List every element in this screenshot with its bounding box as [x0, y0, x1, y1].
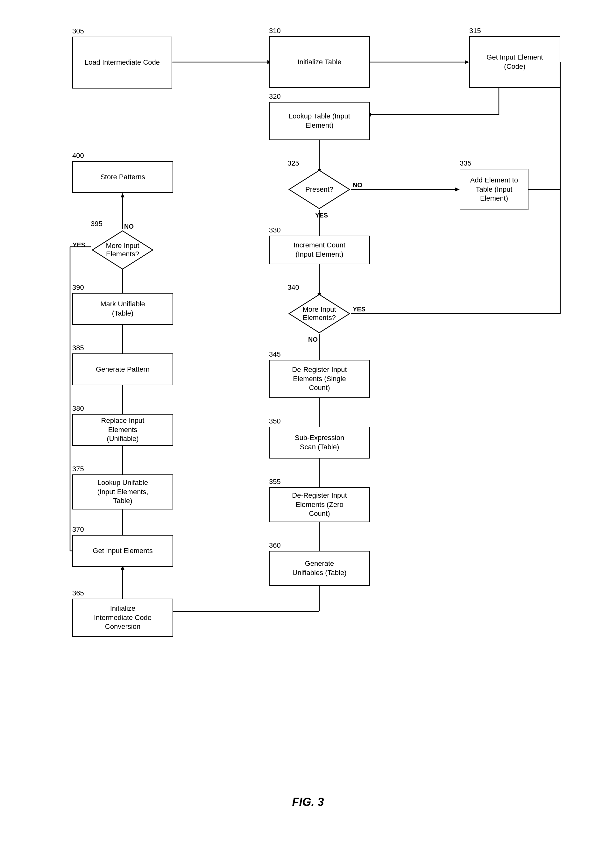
label-370: 370	[72, 525, 84, 534]
node-385: Generate Pattern	[72, 354, 173, 385]
diagram: Load Intermediate Code 305 Initialize Ta…	[0, 0, 616, 828]
node-400: Store Patterns	[72, 161, 173, 193]
label-320: 320	[269, 92, 281, 101]
node-320: Lookup Table (InputElement)	[269, 102, 370, 140]
flow-yes-325: YES	[315, 212, 328, 219]
node-360: GenerateUnifiables (Table)	[269, 551, 370, 586]
node-335: Add Element toTable (InputElement)	[460, 169, 528, 210]
node-305: Load Intermediate Code	[72, 37, 172, 88]
svg-marker-3	[465, 60, 469, 64]
node-370: Get Input Elements	[72, 535, 173, 567]
label-400: 400	[72, 152, 84, 160]
label-340: 340	[288, 283, 299, 292]
label-395: 395	[91, 220, 102, 228]
flow-no-325: NO	[353, 181, 362, 189]
node-390: Mark Unifiable(Table)	[72, 293, 173, 325]
label-360: 360	[269, 541, 281, 550]
label-380: 380	[72, 404, 84, 413]
node-395: More InputElements?	[91, 229, 154, 270]
label-305: 305	[72, 27, 84, 35]
label-310: 310	[269, 27, 281, 35]
node-325: Present?	[288, 169, 351, 210]
label-385: 385	[72, 344, 84, 352]
svg-marker-47	[121, 193, 124, 197]
label-390: 390	[72, 283, 84, 292]
node-340: More InputElements?	[288, 293, 351, 334]
label-355: 355	[269, 478, 281, 486]
flow-yes-340: YES	[353, 306, 365, 313]
node-330: Increment Count(Input Element)	[269, 236, 370, 264]
node-310: Initialize Table	[269, 36, 370, 88]
label-375: 375	[72, 465, 84, 473]
label-315: 315	[469, 27, 481, 35]
label-325: 325	[288, 159, 299, 167]
node-350: Sub-ExpressionScan (Table)	[269, 427, 370, 459]
node-315: Get Input Element(Code)	[469, 36, 560, 88]
figure-caption: FIG. 3	[0, 796, 616, 809]
label-345: 345	[269, 350, 281, 359]
node-375: Lookup Unifable(Input Elements,Table)	[72, 475, 173, 509]
node-355: De-Register InputElements (ZeroCount)	[269, 487, 370, 522]
node-380: Replace InputElements(Unifiable)	[72, 414, 173, 446]
svg-marker-10	[455, 187, 460, 191]
label-350: 350	[269, 417, 281, 425]
label-330: 330	[269, 226, 281, 234]
node-365: InitializeIntermediate CodeConversion	[72, 599, 173, 637]
label-335: 335	[460, 159, 471, 167]
flow-no-340: NO	[308, 336, 318, 343]
node-345: De-Register InputElements (SingleCount)	[269, 360, 370, 398]
label-365: 365	[72, 589, 84, 598]
flow-yes-395: YES	[72, 241, 85, 249]
